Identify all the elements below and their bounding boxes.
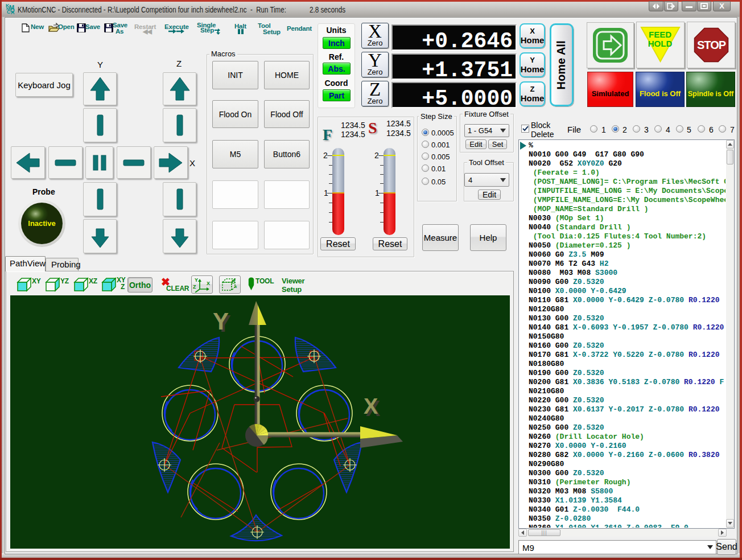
svg-text:Y: Y bbox=[213, 308, 229, 335]
svg-text:STOP: STOP bbox=[697, 39, 726, 51]
svg-text:X: X bbox=[207, 281, 210, 286]
svg-text:x: x bbox=[234, 284, 237, 289]
svg-text:FEED: FEED bbox=[649, 30, 671, 39]
svg-text:Z: Z bbox=[193, 284, 196, 290]
svg-text:X: X bbox=[364, 394, 378, 418]
svg-text:Y: Y bbox=[195, 277, 198, 283]
svg-text:HOLD: HOLD bbox=[648, 39, 673, 48]
